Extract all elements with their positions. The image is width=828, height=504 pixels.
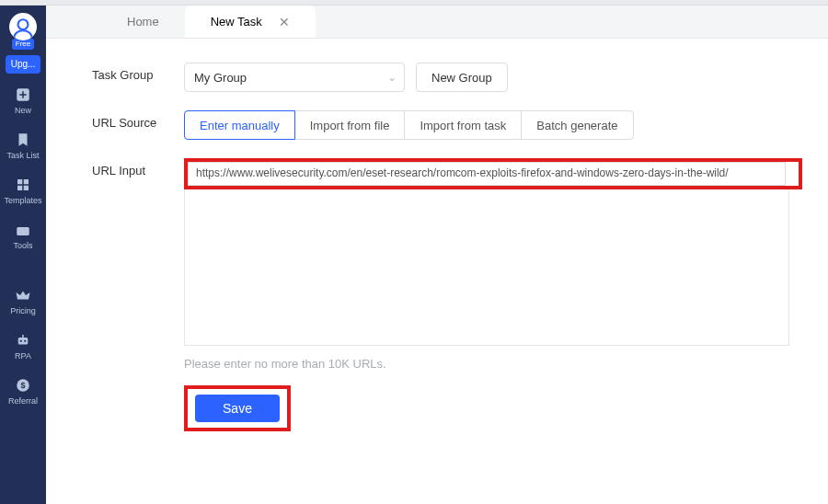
templates-icon: [15, 177, 31, 193]
source-import-task[interactable]: Import from task: [404, 110, 522, 140]
close-icon[interactable]: ✕: [279, 15, 290, 29]
source-import-file[interactable]: Import from file: [294, 110, 406, 140]
crown-icon: [15, 287, 31, 304]
url-input-highlight: https://www.welivesecurity.com/en/eset-r…: [184, 158, 802, 189]
svg-point-9: [24, 340, 26, 342]
task-group-selected: My Group: [194, 71, 247, 85]
dollar-icon: $: [15, 377, 31, 394]
toolbox-icon: [15, 222, 31, 238]
sidebar-item-tasklist[interactable]: Task List: [6, 132, 39, 160]
sidebar-item-tools[interactable]: Tools: [13, 222, 32, 250]
svg-rect-6: [17, 227, 29, 235]
tab-bar: Home New Task ✕: [46, 6, 828, 39]
svg-point-8: [20, 340, 22, 342]
svg-rect-4: [17, 186, 22, 190]
sidebar-item-pricing[interactable]: Pricing: [10, 287, 36, 315]
main-panel: Home New Task ✕ Task Group My Group ⌄ Ne…: [46, 6, 828, 504]
url-input-textarea[interactable]: https://www.welivesecurity.com/en/eset-r…: [188, 162, 786, 186]
new-task-form: Task Group My Group ⌄ New Group URL Sour…: [46, 39, 828, 504]
sidebar-item-label: Pricing: [10, 306, 36, 315]
save-highlight: Save: [184, 385, 291, 431]
sidebar-item-label: Referral: [8, 396, 38, 406]
chevron-down-icon: ⌄: [387, 71, 397, 84]
svg-rect-7: [18, 338, 29, 345]
svg-point-0: [18, 19, 29, 29]
tab-home[interactable]: Home: [101, 6, 185, 38]
svg-rect-3: [24, 179, 29, 184]
task-group-label: Task Group: [92, 63, 184, 82]
sidebar-item-rpa[interactable]: RPA: [15, 332, 31, 361]
task-group-select[interactable]: My Group ⌄: [184, 63, 405, 92]
svg-rect-2: [17, 179, 22, 184]
tab-label: Home: [127, 15, 159, 29]
svg-rect-5: [24, 186, 29, 190]
tab-new-task[interactable]: New Task ✕: [185, 6, 316, 38]
plus-icon: [15, 86, 31, 103]
tab-label: New Task: [211, 15, 262, 29]
svg-text:$: $: [20, 381, 25, 390]
upgrade-button[interactable]: Upg...: [6, 55, 40, 74]
sidebar-item-new[interactable]: New: [15, 86, 31, 115]
sidebar-item-label: Templates: [4, 196, 41, 205]
sidebar-item-label: Task List: [6, 151, 39, 160]
url-input-label: URL Input: [92, 158, 184, 178]
sidebar-item-label: RPA: [15, 351, 31, 361]
user-icon: [11, 17, 35, 40]
robot-icon: [15, 332, 31, 349]
sidebar-item-referral[interactable]: $ Referral: [8, 377, 38, 406]
url-input-hint: Please enter no more than 10K URLs.: [184, 357, 802, 371]
save-button[interactable]: Save: [195, 395, 280, 422]
bookmark-icon: [15, 132, 31, 148]
sidebar: Free Upg... New Task List Templates Tool…: [0, 6, 46, 504]
sidebar-item-label: New: [15, 106, 31, 115]
url-input-rest[interactable]: [184, 189, 789, 346]
source-batch-generate[interactable]: Batch generate: [521, 110, 633, 140]
url-source-label: URL Source: [92, 110, 184, 130]
new-group-button[interactable]: New Group: [416, 63, 508, 92]
sidebar-item-templates[interactable]: Templates: [4, 177, 41, 205]
user-avatar[interactable]: [9, 13, 37, 40]
sidebar-item-label: Tools: [13, 241, 32, 250]
source-enter-manually[interactable]: Enter manually: [184, 110, 295, 140]
url-source-segmented: Enter manually Import from file Import f…: [184, 110, 634, 140]
